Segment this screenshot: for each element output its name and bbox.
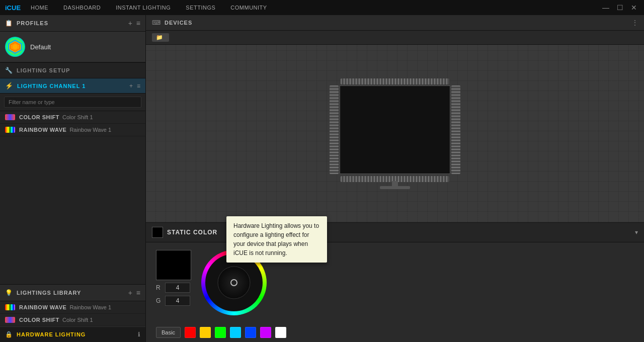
profile-avatar (5, 37, 25, 57)
svg-point-2 (13, 44, 18, 49)
r-label: R (156, 284, 162, 291)
devices-header: ⌨ DEVICES ⋮ (146, 15, 644, 31)
lighting-setup-title: LIGHTING SETUP (17, 67, 140, 73)
tooltip-text: Hardware Lighting allows you to configur… (233, 222, 319, 256)
channel-header: ⚡ LIGHTING CHANNEL 1 + ≡ (0, 78, 145, 94)
preset-green[interactable] (215, 327, 226, 338)
g-input-row: G (156, 296, 191, 306)
close-button[interactable]: ✕ (629, 4, 639, 12)
g-input[interactable] (165, 296, 190, 306)
maximize-button[interactable]: ☐ (615, 4, 625, 12)
add-channel-button[interactable]: + (129, 82, 133, 90)
monitor-base (380, 186, 410, 189)
main-layout: 📋 PROFILES + ≡ Default 🔧 LIGHTING SETUP (0, 15, 644, 342)
titlebar: iCUE HOME DASHBOARD INSTANT LIGHTING SET… (0, 0, 644, 15)
lib-shift-icon (5, 317, 15, 323)
preset-yellow[interactable] (200, 327, 211, 338)
color-swatch-section: R G (156, 250, 191, 306)
device-file[interactable]: 📁 (152, 33, 169, 42)
library-icon: 💡 (5, 289, 13, 296)
lighting-setup-icon: 🔧 (5, 67, 13, 74)
profiles-icon: 📋 (5, 20, 13, 27)
monitor-body (330, 86, 460, 174)
color-wheel-cursor[interactable] (230, 279, 237, 286)
file-icon: 📁 (156, 34, 163, 41)
library-item-0[interactable]: RAINBOW WAVE Rainbow Wave 1 (0, 301, 145, 314)
app-logo: iCUE (5, 4, 21, 12)
library-item-1[interactable]: COLOR SHIFT Color Shift 1 (0, 314, 145, 326)
library-menu-button[interactable]: ≡ (136, 289, 140, 297)
devices-menu-icon[interactable]: ⋮ (632, 19, 638, 26)
device-file-bar: 📁 (146, 31, 644, 45)
rainbow-wave-icon (5, 127, 15, 133)
profiles-section-header: 📋 PROFILES + ≡ (0, 15, 145, 32)
minimize-button[interactable]: — (601, 4, 611, 12)
preset-cyan[interactable] (230, 327, 241, 338)
profile-name: Default (30, 43, 51, 51)
effect-item-0[interactable]: COLOR SHIFT Color Shift 1 (0, 111, 145, 124)
preset-blue[interactable] (245, 327, 256, 338)
monitor-screen (340, 86, 450, 174)
monitor-illustration (330, 78, 460, 189)
channel-title: LIGHTING CHANNEL 1 (17, 83, 129, 89)
bottom-panel: STATIC COLOR ▾ R G (146, 222, 644, 342)
g-label: G (156, 297, 162, 304)
monitor-right-strip (451, 86, 460, 174)
color-picker-container: R G (146, 242, 644, 323)
preset-magenta[interactable] (260, 327, 271, 338)
window-controls: — ☐ ✕ (601, 4, 639, 12)
effect-color-preview (152, 227, 163, 238)
profile-menu-button[interactable]: ≡ (136, 19, 140, 27)
preset-white[interactable] (275, 327, 286, 338)
monitor-left-strip (330, 86, 339, 174)
nav-instant-lighting[interactable]: INSTANT LIGHTING (116, 5, 171, 11)
effect-sub-0: Color Shift 1 (62, 114, 93, 120)
color-shift-icon (5, 114, 15, 120)
monitor-stand (392, 181, 398, 186)
devices-icon: ⌨ (152, 19, 160, 26)
library-section: 💡 LIGHTINGS LIBRARY + ≡ RAINBOW WAVE Rai… (0, 284, 145, 326)
color-swatch-preview[interactable] (156, 250, 191, 280)
lib-effect-name-1: COLOR SHIFT (19, 317, 59, 323)
lib-effect-sub-0: Rainbow Wave 1 (69, 304, 111, 310)
channel-actions: + ≡ (129, 82, 140, 90)
r-input[interactable] (165, 283, 190, 293)
effect-sub-1: Rainbow Wave 1 (69, 127, 111, 133)
device-preview (146, 45, 644, 222)
filter-input[interactable] (4, 97, 141, 108)
lib-effect-sub-1: Color Shift 1 (62, 317, 93, 323)
channel-menu-button[interactable]: ≡ (137, 82, 140, 90)
hardware-tooltip: Hardware Lighting allows you to configur… (226, 216, 327, 263)
nav-settings[interactable]: SETTINGS (186, 5, 215, 11)
library-actions: + ≡ (128, 289, 140, 297)
hardware-lock-icon: 🔒 (5, 331, 13, 338)
channel-icon: ⚡ (5, 82, 13, 90)
add-library-button[interactable]: + (128, 289, 132, 297)
effect-selector-bar: STATIC COLOR ▾ (146, 223, 644, 242)
monitor-top-strip (341, 78, 449, 84)
library-header: 💡 LIGHTINGS LIBRARY + ≡ (0, 285, 145, 301)
effect-dropdown-button[interactable]: ▾ (635, 229, 638, 236)
add-profile-button[interactable]: + (128, 19, 132, 27)
preset-colors-bar: Basic (146, 323, 644, 342)
library-title: LIGHTINGS LIBRARY (17, 290, 128, 296)
default-profile[interactable]: Default (0, 32, 145, 62)
right-panel: ⌨ DEVICES ⋮ 📁 (146, 15, 644, 342)
nav-community[interactable]: COMMUNITY (230, 5, 267, 11)
effect-item-1[interactable]: RAINBOW WAVE Rainbow Wave 1 (0, 124, 145, 136)
nav-dashboard[interactable]: DASHBOARD (63, 5, 101, 11)
hardware-info-icon[interactable]: ℹ (138, 331, 140, 338)
color-picker-area: R G (146, 242, 644, 323)
library-items: RAINBOW WAVE Rainbow Wave 1 COLOR SHIFT … (0, 301, 145, 326)
color-inputs: R G (156, 283, 191, 306)
nav-home[interactable]: HOME (31, 5, 48, 11)
profiles-actions: + ≡ (128, 19, 140, 27)
basic-button[interactable]: Basic (156, 327, 181, 338)
lighting-setup-header: 🔧 LIGHTING SETUP (0, 62, 145, 78)
hardware-lighting[interactable]: 🔒 HARDWARE LIGHTING ℹ (0, 326, 145, 342)
preset-red[interactable] (185, 327, 196, 338)
profiles-title: PROFILES (17, 20, 128, 26)
filter-bar (0, 94, 145, 111)
r-input-row: R (156, 283, 191, 293)
effect-name-0: COLOR SHIFT (19, 114, 59, 120)
